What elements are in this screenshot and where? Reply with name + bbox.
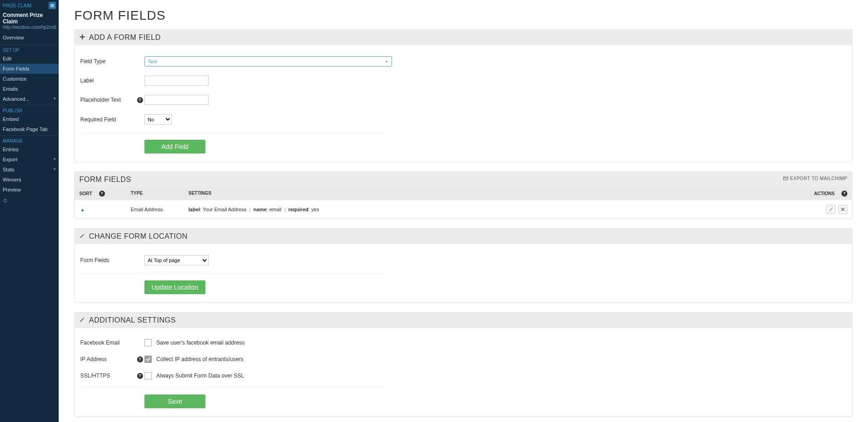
col-settings: SETTINGS bbox=[188, 191, 211, 196]
panel-title: FORM FIELDS bbox=[79, 175, 131, 184]
row-settings: label: Your Email Address | name: email … bbox=[188, 207, 783, 212]
form-fields-panel: FORM FIELDS EXPORT TO MAILCHIMP SORT ? T… bbox=[74, 171, 852, 219]
ip-address-label: IP Address bbox=[80, 356, 135, 362]
sidebar-top-label: PRIZE CLAIM bbox=[3, 3, 32, 8]
mail-icon bbox=[783, 176, 788, 181]
save-button[interactable]: Save bbox=[144, 395, 205, 408]
additional-settings-panel: ADDITIONAL SETTINGS Facebook Email Save … bbox=[74, 312, 852, 417]
main-content: FORM FIELDS ADD A FORM FIELD Field Type … bbox=[59, 0, 868, 422]
ssl-checkbox[interactable] bbox=[144, 372, 152, 379]
edit-row-button[interactable] bbox=[826, 205, 835, 214]
chevron-down-icon: ▾ bbox=[54, 157, 56, 161]
svg-rect-1 bbox=[50, 5, 54, 6]
add-field-button[interactable]: Add Field bbox=[144, 140, 205, 153]
help-icon[interactable]: ? bbox=[99, 191, 105, 197]
sidebar-item-label: Stats bbox=[3, 167, 14, 172]
form-location-label: Form Fields bbox=[80, 257, 135, 263]
sidebar-item-overview[interactable]: Overview bbox=[0, 33, 59, 43]
help-icon[interactable]: ? bbox=[137, 373, 143, 379]
sidebar-item-stats[interactable]: Stats▾ bbox=[0, 164, 59, 175]
fb-email-checkbox[interactable] bbox=[144, 339, 152, 346]
help-icon[interactable]: ? bbox=[137, 356, 143, 362]
label-input[interactable] bbox=[144, 76, 209, 86]
svg-rect-0 bbox=[50, 4, 54, 5]
sidebar: PRIZE CLAIM Comment Prize Claim http://w… bbox=[0, 0, 59, 422]
help-icon[interactable]: ? bbox=[137, 97, 143, 103]
panel-title: ADD A FORM FIELD bbox=[89, 33, 160, 42]
svg-rect-4 bbox=[80, 37, 85, 38]
help-icon[interactable]: ? bbox=[841, 191, 847, 197]
required-select[interactable]: No bbox=[144, 114, 172, 125]
reload-button[interactable] bbox=[0, 195, 59, 208]
campaign-title: Comment Prize Claim bbox=[0, 10, 59, 25]
chevron-down-icon: ▾ bbox=[383, 58, 390, 65]
sidebar-item-label: Export bbox=[3, 157, 17, 162]
sidebar-item-advanced[interactable]: Advanced...▾ bbox=[0, 94, 59, 104]
sidebar-item-edit[interactable]: Edit bbox=[0, 54, 59, 64]
plus-icon bbox=[79, 33, 85, 42]
sidebar-item-export[interactable]: Export▾ bbox=[0, 154, 59, 164]
sort-up-icon[interactable]: ▲ bbox=[80, 207, 85, 212]
col-type: TYPE bbox=[131, 191, 143, 196]
sidebar-item-facebook-tab[interactable]: Facebook Page Tab bbox=[0, 124, 59, 134]
collapse-sidebar-icon[interactable] bbox=[49, 2, 56, 9]
change-location-panel: CHANGE FORM LOCATION Form Fields At Top … bbox=[74, 228, 852, 303]
sidebar-section-publish: PUBLISH bbox=[0, 105, 59, 114]
placeholder-input[interactable] bbox=[144, 95, 209, 105]
sidebar-item-form-fields[interactable]: Form Fields bbox=[0, 64, 59, 74]
sidebar-item-preview[interactable]: Preview bbox=[0, 185, 59, 195]
field-type-value: Text bbox=[148, 59, 157, 64]
edit-icon bbox=[79, 316, 85, 324]
required-label: Required Field bbox=[80, 116, 135, 123]
fb-email-label: Facebook Email bbox=[80, 340, 135, 346]
col-actions: ACTIONS bbox=[814, 191, 835, 196]
sidebar-item-winners[interactable]: Winners bbox=[0, 175, 59, 185]
table-header: SORT ? TYPE SETTINGS ACTIONS ? bbox=[75, 187, 852, 200]
edit-icon bbox=[79, 232, 85, 241]
field-type-label: Field Type bbox=[80, 58, 135, 65]
sidebar-section-setup: SET UP bbox=[0, 44, 59, 54]
sidebar-item-embed[interactable]: Embed bbox=[0, 114, 59, 124]
label-label: Label bbox=[80, 77, 135, 84]
sidebar-section-manage: MANAGE bbox=[0, 135, 59, 144]
page-title: FORM FIELDS bbox=[74, 8, 852, 23]
delete-row-button[interactable] bbox=[838, 205, 847, 214]
ssl-label: SSL/HTTPS bbox=[80, 373, 135, 379]
update-location-button[interactable]: Update Location bbox=[144, 280, 205, 294]
chevron-down-icon: ▾ bbox=[54, 167, 56, 171]
svg-rect-2 bbox=[50, 6, 54, 7]
col-sort: SORT bbox=[79, 191, 92, 196]
row-type: Email Address bbox=[131, 207, 188, 212]
export-mailchimp-link[interactable]: EXPORT TO MAILCHIMP bbox=[783, 176, 847, 181]
sidebar-item-emails[interactable]: Emails bbox=[0, 84, 59, 94]
chevron-down-icon: ▾ bbox=[54, 96, 56, 101]
ip-address-checkbox[interactable] bbox=[144, 356, 152, 363]
campaign-url[interactable]: http://woobox.com/hp2cn6 bbox=[0, 25, 59, 33]
panel-title: CHANGE FORM LOCATION bbox=[89, 232, 188, 241]
export-link-label: EXPORT TO MAILCHIMP bbox=[790, 176, 847, 181]
sidebar-item-entries[interactable]: Entries bbox=[0, 144, 59, 154]
panel-title: ADDITIONAL SETTINGS bbox=[89, 316, 176, 324]
sidebar-item-label: Advanced... bbox=[3, 96, 29, 102]
field-type-select[interactable]: Text ▾ bbox=[144, 56, 392, 66]
fb-email-text: Save user's facebook email address bbox=[156, 340, 244, 346]
ip-address-text: Collect IP address of entrants/users bbox=[156, 356, 243, 362]
add-form-field-panel: ADD A FORM FIELD Field Type Text ▾ bbox=[74, 29, 852, 162]
form-location-select[interactable]: At Top of page bbox=[144, 255, 209, 265]
placeholder-label: Placeholder Text bbox=[80, 97, 135, 103]
ssl-text: Always Submit Form Data over SSL bbox=[156, 373, 244, 379]
table-row: ▲ Email Address label: Your Email Addres… bbox=[75, 200, 852, 219]
sidebar-item-customize[interactable]: Customize bbox=[0, 74, 59, 84]
